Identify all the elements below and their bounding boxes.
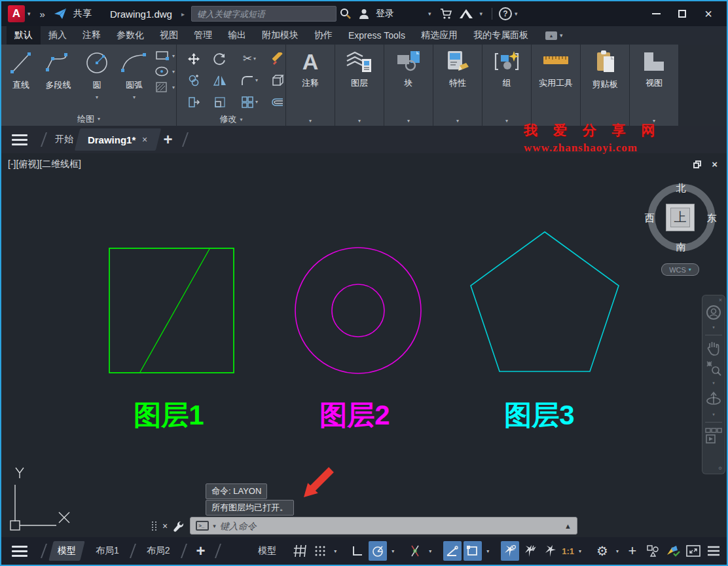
object-snap-toggle[interactable] [464, 541, 482, 561]
layers-panel[interactable]: 图层 ▾ [335, 45, 384, 126]
layout1-tab[interactable]: 布局1 [89, 545, 126, 557]
polar-caret-icon[interactable]: ▾ [389, 548, 397, 554]
clipboard-panel[interactable]: 剪贴板 [581, 45, 630, 126]
customize-wrench-icon[interactable] [173, 520, 185, 532]
help-icon[interactable]: ? [499, 7, 512, 20]
utilities-panel[interactable]: 实用工具 [532, 45, 581, 126]
annotate-panel[interactable]: A 注释 ▾ [286, 45, 335, 126]
ribbon-tab-insert[interactable]: 插入 [41, 26, 75, 45]
app-store-cart-icon[interactable] [440, 9, 452, 20]
rotate-button[interactable] [213, 52, 227, 66]
ellipse-dropdown-icon[interactable]: ▾ [172, 69, 175, 75]
minimize-button[interactable] [643, 5, 669, 22]
layout-menu-icon[interactable] [12, 546, 27, 557]
annotate-expand-icon[interactable]: ▾ [309, 115, 312, 126]
zoom-extents-icon[interactable] [706, 360, 721, 376]
isolate-objects-button[interactable] [644, 541, 662, 561]
layer3-label[interactable]: 图层3 [487, 397, 592, 434]
new-layout-button[interactable]: + [196, 542, 206, 560]
viewcube-west[interactable]: 西 [640, 212, 659, 225]
arc-button[interactable]: 圆弧 ▾ [117, 45, 152, 112]
ribbon-tab-collaborate[interactable]: 协作 [306, 26, 340, 45]
layers-expand-icon[interactable]: ▾ [358, 115, 361, 126]
snap-caret-icon[interactable]: ▾ [331, 548, 339, 554]
polar-tracking-toggle[interactable] [369, 541, 387, 561]
layer2-inner-circle[interactable] [332, 284, 384, 337]
close-button[interactable]: × [695, 5, 721, 22]
copy-button[interactable] [187, 75, 200, 86]
viewcube-top-face[interactable]: 上 [666, 204, 695, 231]
polyline-button[interactable]: 多段线 [39, 45, 77, 112]
command-bar-close-icon[interactable]: × [162, 521, 168, 531]
annotation-visibility-toggle[interactable] [501, 541, 519, 561]
layer2-outer-circle[interactable] [295, 248, 421, 373]
properties-expand-icon[interactable]: ▾ [456, 115, 459, 126]
workspace-gear-icon[interactable]: ⚙ [593, 541, 611, 561]
draw-panel-title[interactable]: 绘图 ▾ [1, 112, 176, 126]
viewcube-south[interactable]: 南 [671, 241, 691, 254]
navbar-close-icon[interactable]: × [719, 297, 722, 303]
stretch-button[interactable] [187, 96, 200, 109]
modify-panel-expand-icon[interactable]: ▾ [240, 117, 242, 123]
array-button[interactable]: ▾ [241, 96, 258, 109]
ribbon-tab-parametric[interactable]: 参数化 [109, 26, 152, 45]
isodraft-caret-icon[interactable]: ▾ [426, 548, 434, 554]
drawing-canvas[interactable] [1, 153, 727, 538]
ellipse-button[interactable]: ▾ [155, 66, 175, 77]
rectangle-dropdown-icon[interactable]: ▾ [172, 53, 175, 59]
model-tab[interactable]: 模型 [48, 541, 84, 561]
ribbon-tab-addins[interactable]: 附加模块 [254, 26, 306, 45]
line-button[interactable]: 直线 [5, 45, 37, 112]
hatch-button[interactable]: ▾ [155, 81, 175, 93]
share-icon[interactable] [54, 8, 67, 20]
snap-toggle[interactable] [311, 541, 329, 561]
app-logo-icon[interactable]: A [8, 5, 25, 22]
clean-screen-button[interactable] [684, 541, 702, 561]
viewcube-east[interactable]: 东 [702, 212, 721, 225]
autodesk-logo-icon[interactable] [459, 9, 473, 19]
layer1-diagonal[interactable] [140, 249, 209, 372]
drawing-tab[interactable]: Drawing1* × [75, 128, 161, 151]
circle-button[interactable]: 圆 ▾ [80, 45, 114, 112]
annotation-autoscale-toggle[interactable] [521, 541, 539, 561]
command-expand-icon[interactable]: ▲ [564, 522, 572, 530]
ribbon-tab-custom[interactable]: 我的专属面板 [465, 26, 536, 45]
command-prompt-icon[interactable]: >_ [196, 521, 209, 531]
customization-plus-button[interactable]: + [623, 541, 642, 561]
scale-caret-icon[interactable]: ▾ [576, 548, 584, 554]
annotation-scale-value[interactable]: 1:1 [562, 546, 574, 556]
block-expand-icon[interactable]: ▾ [407, 115, 410, 126]
help-caret-icon[interactable]: ▾ [515, 10, 518, 17]
move-button[interactable] [187, 52, 200, 66]
group-expand-icon[interactable]: ▾ [505, 115, 508, 126]
login-label[interactable]: 登录 [376, 8, 394, 20]
ribbon-tab-featured[interactable]: 精选应用 [413, 26, 465, 45]
box-button[interactable] [271, 74, 284, 87]
trim-dropdown-icon[interactable]: ▾ [253, 56, 256, 62]
showmotion-icon[interactable] [705, 427, 722, 444]
properties-panel[interactable]: 特性 ▾ [433, 45, 482, 126]
model-space-toggle[interactable]: 模型 [253, 545, 282, 557]
status-menu-icon[interactable] [704, 541, 723, 561]
rectangle-button[interactable]: ▾ [155, 50, 175, 62]
wcs-dropdown[interactable]: WCS ▾ [661, 263, 699, 276]
zoom-caret-icon[interactable]: ▾ [712, 381, 715, 386]
layer1-square[interactable] [109, 248, 234, 373]
trim-button[interactable]: ✂ ▾ [243, 52, 256, 66]
new-drawing-button[interactable]: + [164, 130, 173, 149]
ribbon-tab-home[interactable]: 默认 [7, 26, 41, 45]
annotation-scale-button[interactable] [541, 541, 560, 561]
command-input-bar[interactable]: >_ ▾ ▲ [190, 517, 577, 535]
navigation-bar[interactable]: × ▾ ▾ ▾ ⊖ [702, 295, 725, 474]
grid-toggle[interactable] [291, 541, 309, 561]
ribbon-tab-output[interactable]: 输出 [220, 26, 254, 45]
erase-button[interactable] [271, 52, 284, 66]
block-panel[interactable]: 块 ▾ [384, 45, 433, 126]
workspace-caret-icon[interactable]: ▾ [613, 548, 621, 554]
autodesk-caret-icon[interactable]: ▾ [479, 10, 482, 17]
view-panel[interactable]: 视图 ▾ [630, 45, 679, 126]
search-icon[interactable] [340, 8, 352, 20]
navbar-customize-icon[interactable]: ⊖ [718, 466, 722, 471]
modify-panel-title[interactable]: 修改 ▾ [177, 113, 285, 126]
circle-dropdown-icon[interactable]: ▾ [96, 94, 98, 100]
